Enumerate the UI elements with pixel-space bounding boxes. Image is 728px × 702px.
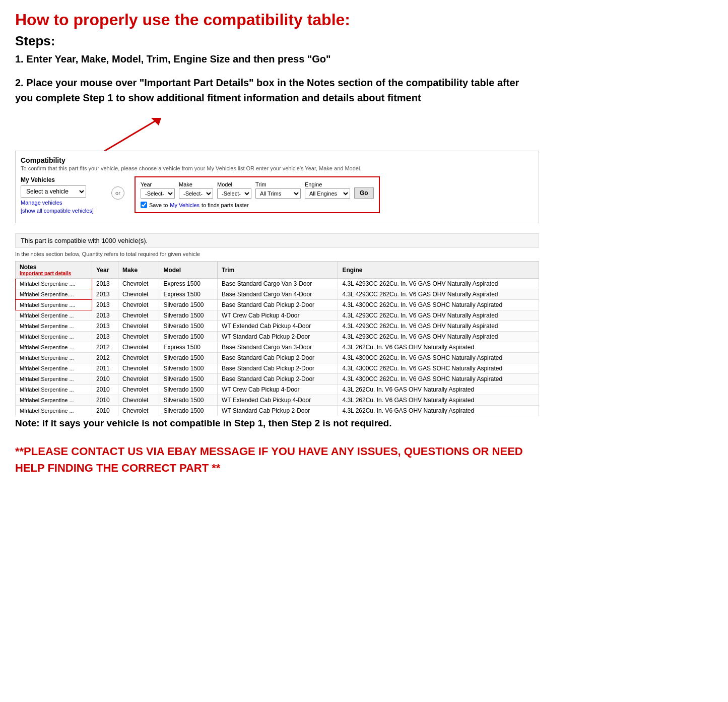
cell-model: Silverado 1500 bbox=[159, 385, 218, 395]
cell-make: Chevrolet bbox=[118, 363, 159, 374]
show-compatible-link[interactable]: [show all compatible vehicles] bbox=[21, 208, 101, 214]
engine-label: Engine bbox=[305, 181, 350, 187]
cell-trim: Base Standard Cargo Van 4-Door bbox=[217, 289, 338, 300]
table-row: Mfrlabel:Serpentine ... 2012 Chevrolet S… bbox=[16, 353, 539, 363]
cell-year: 2013 bbox=[92, 300, 118, 310]
engine-select[interactable]: All Engines bbox=[305, 188, 350, 199]
cell-year: 2011 bbox=[92, 363, 118, 374]
my-vehicles-section: My Vehicles Select a vehicle Manage vehi… bbox=[21, 176, 101, 214]
important-part-details-link[interactable]: Important part details bbox=[20, 271, 88, 276]
cell-make: Chevrolet bbox=[118, 406, 159, 416]
cell-model: Express 1500 bbox=[159, 279, 218, 289]
save-checkbox-row: Save to My Vehicles to finds parts faste… bbox=[141, 202, 374, 208]
steps-heading: Steps: bbox=[15, 33, 539, 49]
cell-model: Silverado 1500 bbox=[159, 363, 218, 374]
cell-trim: Base Standard Cargo Van 3-Door bbox=[217, 342, 338, 353]
compat-title: Compatibility bbox=[21, 156, 534, 164]
cell-engine: 4.3L 4293CC 262Cu. In. V6 GAS OHV Natura… bbox=[338, 310, 539, 321]
cell-engine: 4.3L 4293CC 262Cu. In. V6 GAS OHV Natura… bbox=[338, 332, 539, 342]
table-row: Mfrlabel:Serpentine ... 2010 Chevrolet S… bbox=[16, 374, 539, 385]
cell-engine: 4.3L 262Cu. In. V6 GAS OHV Naturally Asp… bbox=[338, 395, 539, 406]
step2-text: 2. Place your mouse over "Important Part… bbox=[15, 75, 539, 105]
cell-notes: Mfrlabel:Serpentine ... bbox=[16, 406, 92, 416]
cell-engine: 4.3L 4300CC 262Cu. In. V6 GAS SOHC Natur… bbox=[338, 363, 539, 374]
select-vehicle-dropdown[interactable]: Select a vehicle bbox=[21, 185, 86, 198]
cell-year: 2010 bbox=[92, 395, 118, 406]
table-row: Mfrlabel:Serpentine ... 2013 Chevrolet S… bbox=[16, 310, 539, 321]
cell-model: Silverado 1500 bbox=[159, 406, 218, 416]
cell-trim: Base Standard Cab Pickup 2-Door bbox=[217, 374, 338, 385]
cell-make: Chevrolet bbox=[118, 385, 159, 395]
table-row: Mfrlabel:Serpentine ... 2013 Chevrolet S… bbox=[16, 321, 539, 332]
cell-notes: Mfrlabel:Serpentine ... bbox=[16, 395, 92, 406]
compatibility-section: Compatibility To confirm that this part … bbox=[15, 151, 539, 223]
my-vehicles-link[interactable]: My Vehicles bbox=[170, 202, 200, 208]
trim-select[interactable]: All Trims bbox=[255, 188, 301, 199]
compatible-info-bar: This part is compatible with 1000 vehicl… bbox=[15, 233, 539, 248]
compatibility-table: Notes Important part details Year Make M… bbox=[15, 261, 539, 416]
cell-notes: Mfrlabel:Serpentine ... bbox=[16, 353, 92, 363]
year-field-group: Year -Select- bbox=[141, 181, 175, 199]
arrow-graphic bbox=[15, 115, 539, 156]
table-row: Mfrlabel:Serpentine ... 2013 Chevrolet S… bbox=[16, 332, 539, 342]
cell-year: 2013 bbox=[92, 310, 118, 321]
save-checkbox[interactable] bbox=[141, 202, 147, 208]
table-row: Mfrlabel:Serpentine .... 2013 Chevrolet … bbox=[16, 300, 539, 310]
go-button[interactable]: Go bbox=[354, 187, 374, 199]
cell-model: Express 1500 bbox=[159, 289, 218, 300]
cell-make: Chevrolet bbox=[118, 300, 159, 310]
manage-vehicles-link[interactable]: Manage vehicles bbox=[21, 200, 101, 206]
cell-year: 2010 bbox=[92, 406, 118, 416]
table-row: Mfrlabel:Serpentine ... 2010 Chevrolet S… bbox=[16, 406, 539, 416]
model-label: Model bbox=[217, 181, 251, 187]
cell-notes: Mfrlabel:Serpentine ... bbox=[16, 363, 92, 374]
cell-trim: Base Standard Cab Pickup 2-Door bbox=[217, 353, 338, 363]
table-header-row: Notes Important part details Year Make M… bbox=[16, 262, 539, 279]
cell-engine: 4.3L 262Cu. In. V6 GAS OHV Naturally Asp… bbox=[338, 385, 539, 395]
main-title: How to properly use the compatibility ta… bbox=[15, 10, 539, 29]
year-label: Year bbox=[141, 181, 175, 187]
cell-model: Silverado 1500 bbox=[159, 300, 218, 310]
save-text: Save to bbox=[149, 202, 168, 208]
cell-make: Chevrolet bbox=[118, 395, 159, 406]
cell-year: 2013 bbox=[92, 279, 118, 289]
cell-notes: Mfrlabel:Serpentine ... bbox=[16, 310, 92, 321]
make-field-group: Make -Select- bbox=[179, 181, 213, 199]
cell-notes: Mfrlabel:Serpentine ... bbox=[16, 374, 92, 385]
table-row: Mfrlabel:Serpentine.... 2013 Chevrolet E… bbox=[16, 289, 539, 300]
model-select[interactable]: -Select- bbox=[217, 188, 251, 199]
cell-trim: WT Extended Cab Pickup 4-Door bbox=[217, 321, 338, 332]
cell-year: 2013 bbox=[92, 332, 118, 342]
col-trim: Trim bbox=[217, 262, 338, 279]
cell-make: Chevrolet bbox=[118, 332, 159, 342]
year-select[interactable]: -Select- bbox=[141, 188, 175, 199]
cell-notes: Mfrlabel:Serpentine.... bbox=[16, 289, 92, 300]
col-year: Year bbox=[92, 262, 118, 279]
table-row: Mfrlabel:Serpentine ... 2010 Chevrolet S… bbox=[16, 385, 539, 395]
table-row: Mfrlabel:Serpentine ... 2011 Chevrolet S… bbox=[16, 363, 539, 374]
cell-notes: Mfrlabel:Serpentine ... bbox=[16, 342, 92, 353]
cell-engine: 4.3L 4300CC 262Cu. In. V6 GAS SOHC Natur… bbox=[338, 353, 539, 363]
cell-make: Chevrolet bbox=[118, 342, 159, 353]
year-make-section: Year -Select- Make -Select- Model -Selec… bbox=[135, 176, 380, 213]
step1-text: 1. Enter Year, Make, Model, Trim, Engine… bbox=[15, 52, 539, 66]
cell-engine: 4.3L 262Cu. In. V6 GAS OHV Naturally Asp… bbox=[338, 406, 539, 416]
cell-make: Chevrolet bbox=[118, 310, 159, 321]
col-make: Make bbox=[118, 262, 159, 279]
note-section: Note: if it says your vehicle is not com… bbox=[15, 416, 539, 431]
table-row: Mfrlabel:Serpentine ... 2012 Chevrolet E… bbox=[16, 342, 539, 353]
cell-notes: Mfrlabel:Serpentine ... bbox=[16, 385, 92, 395]
cell-make: Chevrolet bbox=[118, 353, 159, 363]
quantity-note: In the notes section below, Quantity ref… bbox=[15, 251, 539, 257]
trim-label: Trim bbox=[255, 181, 301, 187]
col-model: Model bbox=[159, 262, 218, 279]
make-select[interactable]: -Select- bbox=[179, 188, 213, 199]
cell-engine: 4.3L 4300CC 262Cu. In. V6 GAS SOHC Natur… bbox=[338, 374, 539, 385]
cell-trim: WT Standard Cab Pickup 2-Door bbox=[217, 406, 338, 416]
cell-engine: 4.3L 4300CC 262Cu. In. V6 GAS SOHC Natur… bbox=[338, 300, 539, 310]
cell-engine: 4.3L 262Cu. In. V6 GAS OHV Naturally Asp… bbox=[338, 342, 539, 353]
cell-trim: WT Extended Cab Pickup 4-Door bbox=[217, 395, 338, 406]
table-row: Mfrlabel:Serpentine .... 2013 Chevrolet … bbox=[16, 279, 539, 289]
cell-engine: 4.3L 4293CC 262Cu. In. V6 GAS OHV Natura… bbox=[338, 279, 539, 289]
cell-notes: Mfrlabel:Serpentine .... bbox=[16, 279, 92, 289]
